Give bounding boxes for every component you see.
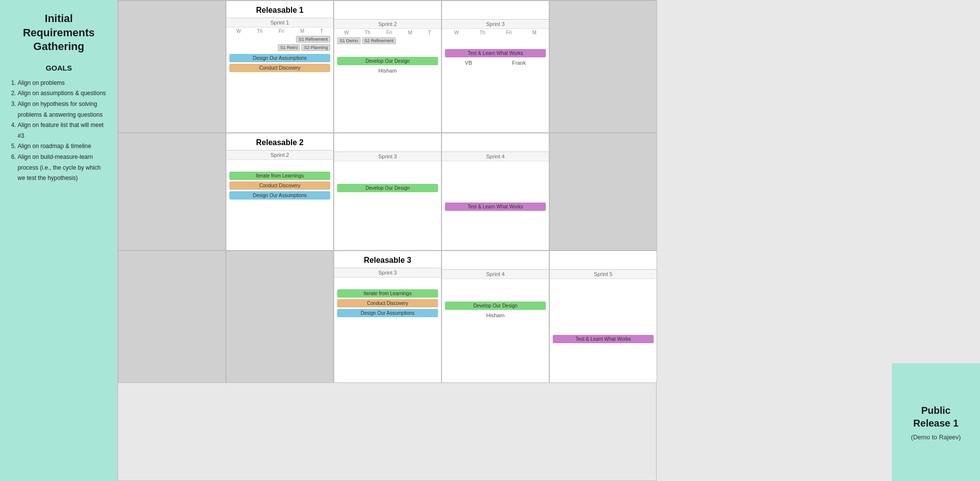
bar-develop-r2: Develop Our Design bbox=[337, 184, 438, 192]
right-card-subtitle: (Demo to Rajeev) bbox=[911, 433, 961, 441]
bar-design-r2: Design Our Assumptions bbox=[229, 191, 330, 200]
r3-sprint3-label: Sprint 3 bbox=[334, 268, 441, 278]
sprint3-days: WThFriM bbox=[442, 29, 549, 36]
bar-conduct-discovery: Conduct Discovery bbox=[229, 64, 330, 72]
bar-develop-r3: Develop Our Design bbox=[445, 302, 546, 310]
r3-sprint4-label: Sprint 4 bbox=[442, 270, 549, 279]
r3-sprint4-tasks: Develop Our Design Hisham bbox=[442, 300, 549, 321]
r2-sprint2-label: Sprint 2 bbox=[226, 151, 333, 160]
goal-item: Align on problems bbox=[18, 78, 108, 89]
badge-s2-planning: S2 Planning bbox=[301, 44, 330, 51]
right-card-title: Public Release 1 bbox=[902, 404, 970, 430]
goal-item: Align on build-measure-learn process (i.… bbox=[18, 152, 108, 184]
sprint3-label-r1: Sprint 3 bbox=[442, 20, 549, 29]
r1-sprint3-cell: Sprint 3 WThFriM Test & Learn What Works… bbox=[441, 0, 549, 133]
sprint3-tasks-r1: Test & Learn What Works VB Frank bbox=[442, 47, 549, 69]
r3-gray-col1 bbox=[118, 251, 226, 383]
r3-sprint5-cell: Sprint 5 Test & Learn What Works bbox=[549, 251, 657, 383]
r3-sprint5-tasks: Test & Learn What Works bbox=[550, 333, 657, 345]
bar-conduct-r2: Conduct Discovery bbox=[229, 181, 330, 190]
bar-test-r3: Test & Learn What Works bbox=[553, 335, 654, 343]
r1-sprint1-cell: Releasable 1 Sprint 1 WThFriMT S1 Refine… bbox=[226, 0, 334, 133]
r1-gray-col1 bbox=[118, 0, 226, 133]
bar-iterate-r2: Iterate from Learnings bbox=[229, 172, 330, 180]
r2-sprint2-cell: Releasable 2 Sprint 2 Iterate from Learn… bbox=[226, 133, 334, 251]
bar-develop-design-r1: Develop Our Design bbox=[337, 57, 438, 65]
goal-item: Align on hypothesis for solving problems… bbox=[18, 99, 108, 120]
badge-s2-refinement: S2 Refinement bbox=[362, 37, 396, 44]
r2-gray-col1 bbox=[118, 133, 226, 251]
main-content: Releasable 1 Sprint 1 WThFriMT S1 Refine… bbox=[118, 0, 980, 481]
r2-sprint4-label: Sprint 4 bbox=[442, 152, 549, 161]
sprint1-badges2: S1 Retro S2 Planning bbox=[226, 44, 333, 52]
releasable2-title: Releasable 2 bbox=[226, 133, 333, 150]
sprint2-days: WThFriMT bbox=[334, 29, 441, 36]
sprint1-tasks: Design Our Assumptions Conduct Discovery bbox=[226, 52, 333, 74]
releasable1-title: Releasable 1 bbox=[226, 1, 333, 18]
releasable3-title: Releasable 3 bbox=[334, 251, 441, 268]
r2-sprint4-cell: Sprint 4 Test & Learn What Works bbox=[441, 133, 549, 251]
bar-test-learn-r1: Test & Learn What Works bbox=[445, 49, 546, 57]
goals-heading: GOALS bbox=[10, 64, 108, 72]
bar-design-r3: Design Our Assumptions bbox=[337, 309, 438, 317]
r2-gray-col5 bbox=[549, 133, 657, 251]
r1-sprint2-cell: Sprint 2 WThFriMT S1 Demo S2 Refinement … bbox=[334, 0, 441, 133]
r3-gray-col2 bbox=[226, 251, 334, 383]
assignee-hisham-r1: Hisham bbox=[337, 67, 438, 75]
goals-list: Align on problems Align on assumptions &… bbox=[10, 78, 108, 184]
sprint1-days: WThFriMT bbox=[226, 27, 333, 35]
goal-item: Align on feature list that will meet #3 bbox=[18, 120, 108, 141]
sprint1-badges: S1 Refinement bbox=[226, 35, 333, 44]
right-info-card: Public Release 1 (Demo to Rajeev) bbox=[892, 363, 980, 481]
r2-sprint3-tasks: Develop Our Design bbox=[334, 182, 441, 194]
badge-s1-retro: S1 Retro bbox=[278, 44, 300, 51]
sprint2-badges: S1 Demo S2 Refinement bbox=[334, 36, 441, 45]
r2-sprint3-label: Sprint 3 bbox=[334, 152, 441, 161]
bar-conduct-r3: Conduct Discovery bbox=[337, 299, 438, 307]
r2-sprint4-tasks: Test & Learn What Works bbox=[442, 201, 549, 213]
r3-sprint3-cell: Releasable 3 Sprint 3 Iterate from Learn… bbox=[334, 251, 441, 383]
r3-sprint3-tasks: Iterate from Learnings Conduct Discovery… bbox=[334, 287, 441, 319]
assignee-frank: Frank bbox=[512, 60, 526, 66]
badge-s1-demo: S1 Demo bbox=[337, 37, 361, 44]
left-card-title: Initial Requirements Gathering bbox=[10, 12, 108, 54]
goal-item: Align on assumptions & questions bbox=[18, 88, 108, 99]
bar-design-assumptions: Design Our Assumptions bbox=[229, 54, 330, 62]
r3-sprint4-cell: Sprint 4 Develop Our Design Hisham bbox=[441, 251, 549, 383]
r3-sprint5-label: Sprint 5 bbox=[550, 270, 657, 279]
bar-iterate-r3: Iterate from Learnings bbox=[337, 289, 438, 298]
assignee-hisham-r3: Hisham bbox=[445, 311, 546, 319]
bar-test-r2: Test & Learn What Works bbox=[445, 203, 546, 211]
r2-sprint3-cell: Sprint 3 Develop Our Design bbox=[334, 133, 441, 251]
goal-item: Align on roadmap & timeline bbox=[18, 141, 108, 152]
sprint2-label: Sprint 2 bbox=[334, 20, 441, 29]
badge-s1-refinement: S1 Refinement bbox=[296, 36, 330, 43]
assignees-r1: VB Frank bbox=[445, 59, 546, 67]
assignee-vb: VB bbox=[465, 60, 472, 66]
sprint2-tasks: placeholder Develop Our Design Hisham bbox=[334, 45, 441, 76]
left-info-card: Initial Requirements Gathering GOALS Ali… bbox=[0, 0, 118, 481]
sprint1-label: Sprint 1 bbox=[226, 18, 333, 27]
r2-sprint2-tasks: Iterate from Learnings Conduct Discovery… bbox=[226, 170, 333, 202]
r1-gray-col5 bbox=[549, 0, 657, 133]
